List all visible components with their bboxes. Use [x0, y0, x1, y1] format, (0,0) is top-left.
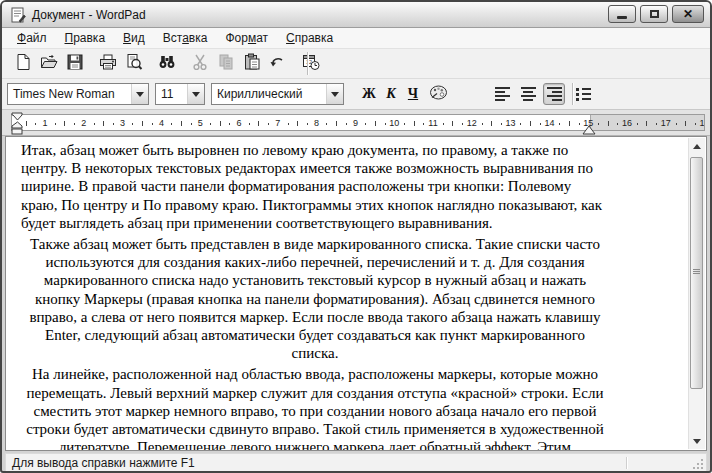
menu-item[interactable]: Правка — [56, 29, 115, 47]
ruler-tick — [297, 121, 298, 126]
text-line: сместить этот маркер немного вправо, то … — [21, 402, 609, 420]
ruler-number: 17 — [659, 118, 673, 128]
script-value: Кириллический — [212, 87, 326, 101]
menu-item[interactable]: Вид — [114, 29, 154, 47]
font-size-value: 11 — [156, 87, 187, 101]
print-icon — [99, 53, 117, 74]
copy-icon — [217, 53, 235, 74]
ruler-tick — [181, 121, 182, 126]
format-bar: Times New Roman 11 Кириллический Ж К Ч — [2, 79, 710, 110]
script-select[interactable]: Кириллический — [211, 83, 344, 105]
ruler-tick — [103, 121, 104, 126]
scrollbar-grip-icon — [693, 269, 700, 275]
scrollbar-thumb[interactable] — [690, 157, 703, 389]
chevron-down-icon[interactable] — [326, 84, 343, 104]
scroll-down-button[interactable] — [689, 433, 705, 449]
font-family-select[interactable]: Times New Roman — [7, 83, 149, 105]
save-button[interactable] — [63, 52, 87, 76]
text-line: списка. — [21, 344, 609, 362]
italic-button[interactable]: К — [380, 83, 402, 105]
save-icon — [66, 53, 84, 74]
open-folder-icon — [40, 53, 58, 74]
close-icon: ✕ — [683, 8, 693, 20]
indent-markers[interactable] — [11, 112, 24, 139]
new-document-button[interactable] — [11, 52, 35, 76]
ruler-tick — [695, 123, 696, 125]
ruler-number: 8 — [310, 118, 324, 128]
menu-item[interactable]: Справка — [277, 29, 342, 47]
ruler-tick — [646, 121, 647, 126]
right-indent-marker[interactable] — [582, 121, 596, 139]
date-time-button[interactable]: 12 — [299, 52, 323, 76]
ruler-tick — [152, 123, 153, 125]
text-line: маркированного списка надо установить те… — [21, 271, 609, 289]
align-center-button[interactable] — [517, 83, 539, 105]
scroll-up-button[interactable] — [689, 138, 705, 154]
ruler-tick — [326, 123, 327, 125]
ruler-tick — [268, 123, 269, 125]
vertical-scrollbar[interactable] — [688, 138, 705, 449]
cut-button[interactable] — [188, 52, 212, 76]
title-bar[interactable]: Документ - WordPad ✕ — [2, 2, 710, 28]
find-button[interactable] — [155, 52, 179, 76]
chevron-down-icon[interactable] — [131, 84, 148, 104]
bullets-button[interactable] — [572, 83, 594, 105]
ruler-tick — [414, 121, 415, 126]
open-button[interactable] — [37, 52, 61, 76]
ruler-tick — [443, 123, 444, 125]
ruler-tick — [540, 123, 541, 125]
paragraph: Также абзац может быть представлен в вид… — [21, 235, 609, 362]
underline-button[interactable]: Ч — [402, 83, 424, 105]
date-time-icon: 12 — [302, 53, 320, 74]
ruler-tick — [55, 123, 56, 125]
ruler-number: 9 — [348, 118, 362, 128]
close-button[interactable]: ✕ — [672, 5, 704, 23]
ruler-tick — [26, 121, 27, 126]
arrow-down-icon — [693, 439, 701, 444]
menu-item[interactable]: Вставка — [154, 29, 217, 47]
print-preview-icon — [125, 53, 143, 74]
ruler-number: 16 — [620, 118, 634, 128]
ruler-tick — [685, 121, 686, 126]
maximize-button[interactable] — [640, 5, 668, 23]
find-icon — [158, 53, 176, 74]
ruler-tick — [210, 123, 211, 125]
copy-button[interactable] — [214, 52, 238, 76]
ruler-tick — [676, 123, 677, 125]
palette-icon — [429, 84, 448, 105]
font-size-select[interactable]: 11 — [155, 83, 205, 105]
text-line: Enter, следующий абзац автоматически буд… — [21, 326, 609, 344]
ruler-tick — [113, 123, 114, 125]
paste-icon — [243, 53, 261, 74]
ruler-tick — [462, 123, 463, 125]
text-line: Также абзац может быть представлен в вид… — [21, 235, 609, 253]
undo-button[interactable] — [266, 52, 290, 76]
ruler-tick — [559, 123, 560, 125]
minimize-button[interactable] — [608, 5, 636, 23]
standard-toolbar: 12 — [2, 49, 710, 79]
ruler-number: 14 — [542, 118, 556, 128]
ruler-number: 10 — [387, 118, 401, 128]
ruler-tick — [637, 123, 638, 125]
ruler-tick — [482, 123, 483, 125]
paste-button[interactable] — [240, 52, 264, 76]
menu-item[interactable]: Файл — [8, 29, 56, 47]
chevron-down-icon[interactable] — [187, 84, 204, 104]
document-edit-area[interactable]: Итак, абзац может быть выровнен по левом… — [5, 136, 707, 451]
menu-item[interactable]: Формат — [216, 29, 277, 47]
ruler-tick — [598, 123, 599, 125]
print-button[interactable] — [96, 52, 120, 76]
resize-grip[interactable] — [692, 458, 704, 470]
minimize-icon — [617, 16, 627, 19]
bold-button[interactable]: Ж — [358, 83, 380, 105]
font-color-button[interactable] — [427, 83, 449, 105]
ruler-strip[interactable]: 123456789101112131415161718 — [11, 114, 705, 131]
align-left-button[interactable] — [491, 83, 513, 105]
align-right-button[interactable] — [543, 83, 565, 105]
maximize-icon — [650, 10, 659, 18]
text-line: строки будет автоматически сдвинуто впра… — [21, 420, 609, 438]
print-preview-button[interactable] — [122, 52, 146, 76]
window-title: Документ - WordPad — [32, 8, 146, 22]
ruler-tick — [375, 121, 376, 126]
text-line: На линейке, расположенной над областью в… — [21, 365, 609, 383]
